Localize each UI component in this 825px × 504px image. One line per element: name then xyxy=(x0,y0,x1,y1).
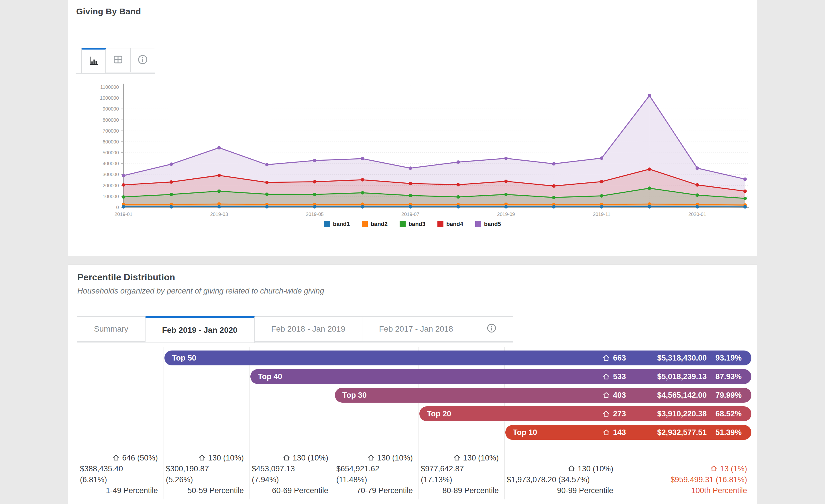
house-icon xyxy=(602,372,610,381)
stat-household-count: 130 (10%) xyxy=(576,465,613,473)
stat-amount-percent: (7.94%) xyxy=(252,474,328,485)
stat-percentile-label: 90-99 Percentile xyxy=(507,485,613,496)
house-icon xyxy=(283,453,291,461)
legend-label: band3 xyxy=(408,221,425,227)
card-header: Percentile Distribution Households organ… xyxy=(68,265,757,301)
stat-household-count: 646 (50%) xyxy=(120,453,158,462)
bar-amount: $2,932,577.51 xyxy=(626,428,707,437)
giving-by-band-chart: 0100000200000300000400000500000600000700… xyxy=(77,79,749,223)
bar-percent: 87.93% xyxy=(707,372,742,381)
percentile-grid: Top 50663$5,318,430.0093.19%Top 40533$5,… xyxy=(78,347,753,499)
legend-swatch xyxy=(400,221,405,227)
legend-item-band2[interactable]: band2 xyxy=(362,221,388,227)
house-icon xyxy=(602,391,610,399)
svg-text:2019-11: 2019-11 xyxy=(593,212,610,217)
svg-text:2020-01: 2020-01 xyxy=(688,212,706,217)
house-icon xyxy=(602,410,610,418)
house-icon xyxy=(602,428,610,436)
stat-column-50-59-percentile: 130 (10%)$300,190.87(5.26%)50-59 Percent… xyxy=(164,452,249,498)
house-icon xyxy=(568,465,576,473)
bar-stats: 533$5,018,239.1387.93% xyxy=(583,372,742,381)
bar-amount: $5,018,239.13 xyxy=(626,372,707,381)
stat-amount: $977,642.87 xyxy=(421,463,499,474)
stat-percentile-label: 1-49 Percentile xyxy=(80,485,158,496)
tab-summary[interactable]: Summary xyxy=(77,316,146,342)
stat-amount-percent: (5.26%) xyxy=(166,474,244,485)
house-icon xyxy=(453,453,461,461)
info-icon xyxy=(486,323,497,336)
tab-table-view[interactable] xyxy=(106,48,131,72)
tab-feb2019-jan2020[interactable]: Feb 2019 - Jan 2020 xyxy=(146,316,255,343)
stat-household-count: 130 (10%) xyxy=(375,453,413,462)
card-header: Giving By Band xyxy=(68,0,757,24)
bar-household-count: 143 xyxy=(583,428,626,437)
house-icon xyxy=(602,354,610,362)
legend-label: band4 xyxy=(446,221,463,227)
table-icon xyxy=(112,54,124,67)
section-title: Percentile Distribution xyxy=(77,272,748,283)
column-divider xyxy=(753,347,753,499)
bar-stats: 663$5,318,430.0093.19% xyxy=(583,354,742,362)
percentile-bar-top-20: Top 20273$3,910,220.3868.52% xyxy=(420,406,751,421)
stat-amount: $388,435.40 xyxy=(80,463,158,474)
house-icon xyxy=(112,453,120,461)
svg-text:1100000: 1100000 xyxy=(100,84,119,90)
legend-item-band3[interactable]: band3 xyxy=(400,221,425,227)
giving-by-band-card: Giving By Band xyxy=(68,0,757,256)
bar-percent: 93.19% xyxy=(707,354,742,362)
bar-household-count: 273 xyxy=(583,410,626,418)
stat-column-90-99-percentile: 130 (10%)$1,973,078.20 (34.57%)90-99 Per… xyxy=(505,463,619,498)
svg-text:800000: 800000 xyxy=(102,117,119,123)
stat-amount-percent: (17.13%) xyxy=(421,474,499,485)
svg-text:1000000: 1000000 xyxy=(100,95,119,101)
legend-item-band5[interactable]: band5 xyxy=(475,221,501,227)
tab-feb2017-jan2018[interactable]: Feb 2017 - Jan 2018 xyxy=(362,316,470,342)
tab-chart-view[interactable] xyxy=(81,48,106,74)
percentile-stats-row: 646 (50%)$388,435.40(6.81%)1-49 Percenti… xyxy=(78,452,753,498)
legend-swatch xyxy=(437,221,443,227)
legend-swatch xyxy=(324,221,330,227)
legend-swatch xyxy=(475,221,481,227)
bar-household-count: 663 xyxy=(583,354,626,362)
section-subtitle: Households organized by percent of givin… xyxy=(77,287,748,296)
stat-amount: $959,499.31 (16.81%) xyxy=(621,474,747,485)
stat-percentile-label: 80-89 Percentile xyxy=(421,485,499,496)
svg-text:300000: 300000 xyxy=(102,172,119,177)
tab-feb2018-jan2019[interactable]: Feb 2018 - Jan 2019 xyxy=(255,316,362,342)
stat-column-80-89-percentile: 130 (10%)$977,642.87(17.13%)80-89 Percen… xyxy=(419,452,505,498)
legend-label: band2 xyxy=(371,221,388,227)
stat-household-count: 130 (10%) xyxy=(461,453,499,462)
percentile-bar-top-30: Top 30403$4,565,142.0079.99% xyxy=(335,388,751,403)
stat-amount-percent: (11.48%) xyxy=(336,474,413,485)
percentile-bar-top-50: Top 50663$5,318,430.0093.19% xyxy=(164,350,751,365)
bar-label: Top 30 xyxy=(342,391,367,400)
info-icon xyxy=(137,54,148,67)
stat-household-count: 13 (1%) xyxy=(718,465,747,473)
svg-text:900000: 900000 xyxy=(102,106,119,112)
tab-percentile-info[interactable] xyxy=(470,316,513,342)
stat-household-count: 130 (10%) xyxy=(291,453,328,462)
chart-view-tabs xyxy=(76,48,155,74)
stat-column-60-69-percentile: 130 (10%)$453,097.13(7.94%)60-69 Percent… xyxy=(249,452,334,498)
stat-amount: $1,973,078.20 (34.57%) xyxy=(507,474,613,485)
tab-chart-info[interactable] xyxy=(131,48,155,72)
svg-text:2019-09: 2019-09 xyxy=(497,212,515,217)
legend-item-band4[interactable]: band4 xyxy=(437,221,463,227)
bar-chart-icon xyxy=(88,55,99,68)
svg-text:200000: 200000 xyxy=(102,183,119,188)
chart-legend: band1band2band3band4band5 xyxy=(68,221,757,227)
dashboard-page: Giving By Band xyxy=(0,0,825,504)
bar-label: Top 20 xyxy=(427,410,451,418)
legend-item-band1[interactable]: band1 xyxy=(324,221,350,227)
svg-text:600000: 600000 xyxy=(102,139,119,145)
bar-stats: 143$2,932,577.5151.39% xyxy=(583,428,742,437)
stat-amount: $654,921.62 xyxy=(336,463,413,474)
bar-household-count: 533 xyxy=(583,372,626,381)
bar-household-count: 403 xyxy=(583,391,626,400)
bar-percent: 51.39% xyxy=(707,428,742,437)
bar-stats: 403$4,565,142.0079.99% xyxy=(583,391,742,400)
house-icon xyxy=(367,453,375,461)
legend-swatch xyxy=(362,221,368,227)
legend-label: band5 xyxy=(484,221,501,227)
bar-amount: $4,565,142.00 xyxy=(626,391,707,400)
